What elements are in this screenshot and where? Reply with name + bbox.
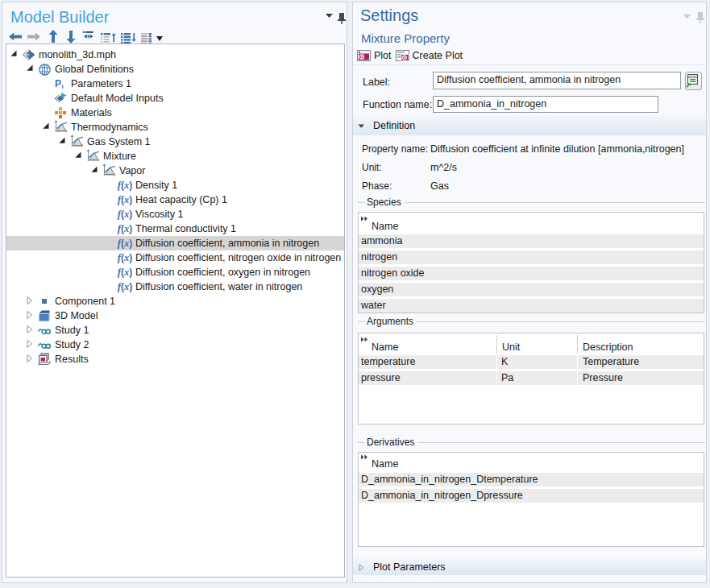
svg-text:P: P bbox=[55, 78, 61, 89]
svg-text:i: i bbox=[62, 83, 64, 89]
